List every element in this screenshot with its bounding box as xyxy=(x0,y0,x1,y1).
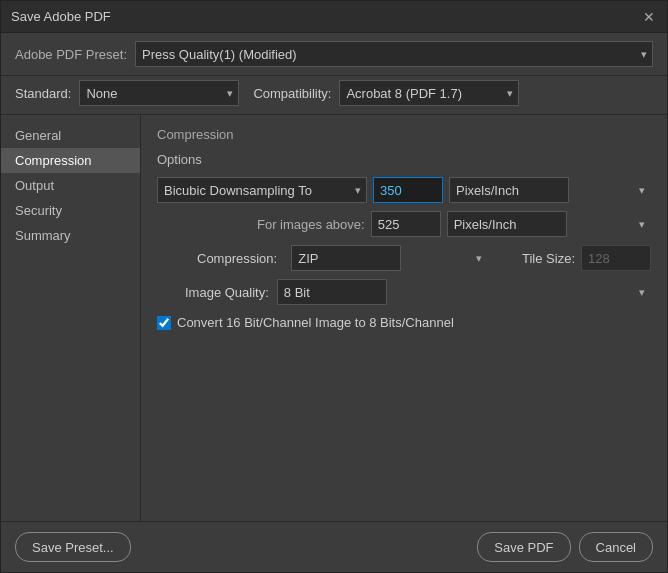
footer: Save Preset... Save PDF Cancel xyxy=(1,521,667,572)
sidebar-item-output[interactable]: Output xyxy=(1,173,140,198)
standard-select[interactable]: None xyxy=(79,80,239,106)
section-title: Compression xyxy=(157,127,651,142)
convert-checkbox[interactable] xyxy=(157,316,171,330)
downsampling-value-input[interactable] xyxy=(373,177,443,203)
sidebar-item-security[interactable]: Security xyxy=(1,198,140,223)
above-label: For images above: xyxy=(257,217,365,232)
preset-select-wrapper: Press Quality(1) (Modified) xyxy=(135,41,653,67)
quality-row: Image Quality: 8 Bit xyxy=(157,279,651,305)
compatibility-select[interactable]: Acrobat 8 (PDF 1.7) xyxy=(339,80,519,106)
footer-right: Save PDF Cancel xyxy=(477,532,653,562)
sidebar-item-compression[interactable]: Compression xyxy=(1,148,140,173)
preset-label: Adobe PDF Preset: xyxy=(15,47,127,62)
convert-label: Convert 16 Bit/Channel Image to 8 Bits/C… xyxy=(177,315,454,330)
above-unit-select[interactable]: Pixels/Inch xyxy=(447,211,567,237)
cancel-button[interactable]: Cancel xyxy=(579,532,653,562)
downsampling-row: Bicubic Downsampling To Pixels/Inch xyxy=(157,177,651,203)
tile-size-group: Tile Size: xyxy=(522,245,651,271)
downsampling-unit-wrapper: Pixels/Inch xyxy=(449,177,651,203)
content-area: Compression Options Bicubic Downsampling… xyxy=(141,115,667,521)
above-unit-wrapper: Pixels/Inch xyxy=(447,211,651,237)
main-area: General Compression Output Security Summ… xyxy=(1,115,667,521)
convert-checkbox-row: Convert 16 Bit/Channel Image to 8 Bits/C… xyxy=(157,315,651,330)
image-quality-select[interactable]: 8 Bit xyxy=(277,279,387,305)
tile-size-input xyxy=(581,245,651,271)
downsampling-unit-select[interactable]: Pixels/Inch xyxy=(449,177,569,203)
preset-select[interactable]: Press Quality(1) (Modified) xyxy=(135,41,653,67)
compression-row: Compression: ZIP Tile Size: xyxy=(157,245,651,271)
compatibility-select-wrapper: Acrobat 8 (PDF 1.7) xyxy=(339,80,519,106)
sidebar: General Compression Output Security Summ… xyxy=(1,115,141,521)
compression-select[interactable]: ZIP xyxy=(291,245,401,271)
save-pdf-dialog: Save Adobe PDF ✕ Adobe PDF Preset: Press… xyxy=(0,0,668,573)
standard-select-wrapper: None xyxy=(79,80,239,106)
above-value-input[interactable] xyxy=(371,211,441,237)
standard-row: Standard: None Compatibility: Acrobat 8 … xyxy=(1,76,667,115)
tile-size-label: Tile Size: xyxy=(522,251,575,266)
save-preset-button[interactable]: Save Preset... xyxy=(15,532,131,562)
title-bar: Save Adobe PDF ✕ xyxy=(1,1,667,33)
compression-label: Compression: xyxy=(197,251,277,266)
compatibility-label: Compatibility: xyxy=(253,86,331,101)
standard-label: Standard: xyxy=(15,86,71,101)
downsampling-select[interactable]: Bicubic Downsampling To xyxy=(157,177,367,203)
sidebar-item-general[interactable]: General xyxy=(1,123,140,148)
compression-select-wrapper: ZIP xyxy=(291,245,488,271)
save-pdf-button[interactable]: Save PDF xyxy=(477,532,570,562)
sidebar-item-summary[interactable]: Summary xyxy=(1,223,140,248)
above-row: For images above: Pixels/Inch xyxy=(157,211,651,237)
downsampling-select-wrapper: Bicubic Downsampling To xyxy=(157,177,367,203)
standard-group: Standard: None xyxy=(15,80,239,106)
preset-row: Adobe PDF Preset: Press Quality(1) (Modi… xyxy=(1,33,667,76)
options-label: Options xyxy=(157,152,651,167)
dialog-title: Save Adobe PDF xyxy=(11,9,111,24)
close-button[interactable]: ✕ xyxy=(641,9,657,25)
image-quality-label: Image Quality: xyxy=(185,285,269,300)
compatibility-group: Compatibility: Acrobat 8 (PDF 1.7) xyxy=(253,80,519,106)
image-quality-select-wrapper: 8 Bit xyxy=(277,279,651,305)
